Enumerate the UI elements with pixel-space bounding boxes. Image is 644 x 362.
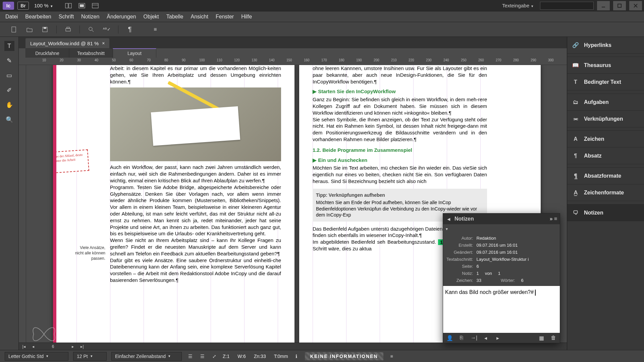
menu-notizen[interactable]: Notizen xyxy=(81,14,99,20)
sidebar-item-notizen[interactable]: 🗨Notizen xyxy=(567,204,644,221)
sidebar-item-zeichen[interactable]: AZeichen xyxy=(567,131,644,147)
open-icon[interactable] xyxy=(25,25,34,34)
menu-ansicht[interactable]: Ansicht xyxy=(191,14,208,20)
sidebar-item-verknuepfungen[interactable]: ⫘Verknüpfungen xyxy=(567,111,644,127)
menu-hilfe[interactable]: Hilfe xyxy=(241,14,252,20)
anchor-note-icon[interactable]: ⎘ xyxy=(459,335,465,341)
panel-title: Notizen xyxy=(454,216,547,222)
zoom-dropdown[interactable]: 100 % xyxy=(32,3,55,8)
sidebar-item-bedingter-text[interactable]: TBedingter Text xyxy=(567,74,644,90)
zoom-tool[interactable]: 🔍 xyxy=(4,115,14,125)
next-page-button[interactable]: ▸ xyxy=(70,344,76,349)
screen-mode-icon[interactable] xyxy=(78,2,86,9)
delete-note-button[interactable]: 🗑 xyxy=(550,335,556,341)
control-bar: Letter Gothic Std 12 Pt Einfacher Zeilen… xyxy=(0,350,644,362)
font-family-dropdown[interactable]: Letter Gothic Std xyxy=(5,352,68,361)
view-tab-layout[interactable]: Layout xyxy=(113,48,156,58)
bridge-badge[interactable]: Br xyxy=(17,2,29,10)
eyedropper-tool[interactable]: ✐ xyxy=(4,85,14,95)
assignments-icon: 🗂 xyxy=(572,99,579,106)
leading-dropdown[interactable]: Einfacher Zeilenabstand xyxy=(111,352,182,361)
go-to-note-icon[interactable]: →| xyxy=(471,335,477,341)
sidebar-item-hyperlinks[interactable]: 🔗Hyperlinks xyxy=(567,37,644,54)
menu-schrift[interactable]: Schrift xyxy=(59,14,74,20)
chevron-down-icon xyxy=(51,3,53,8)
notes-panel[interactable]: ◂ Notizen » ≡ ▾ Autor: Redaktion Erstell… xyxy=(443,213,560,343)
menu-objekt[interactable]: Objekt xyxy=(144,14,159,20)
body-text: Dafür gibt es viele Ansätze. Eine sauber… xyxy=(110,257,281,284)
arrange-icon[interactable] xyxy=(65,2,72,9)
body-text: Wenn Sie nicht an Ihrem Arbeitsplatz sin… xyxy=(110,237,281,257)
user-icon[interactable]: 👤 xyxy=(446,335,452,341)
label-words: Wörter: xyxy=(501,278,515,283)
cursor-readout: Z:1 W:6 Zn:33 T:0mm xyxy=(223,354,288,359)
next-note-button[interactable]: ▸ xyxy=(495,335,501,341)
search-input[interactable] xyxy=(540,2,594,10)
view-tab-textabschnitt[interactable]: Textabschnitt xyxy=(69,48,113,58)
align-left-icon[interactable]: ☰ xyxy=(186,353,194,360)
hand-tool[interactable]: ✋ xyxy=(4,100,14,110)
toolbar-menu-icon[interactable]: ≡ xyxy=(151,25,159,34)
view-tab-druckfahne[interactable]: Druckfahne xyxy=(25,48,69,58)
value-chars: 33 xyxy=(477,278,481,283)
panel-dock: 🔗Hyperlinks 📖Thesaurus TBedingter Text 🗂… xyxy=(567,37,644,350)
sidebar-item-absatz[interactable]: ¶Absatz xyxy=(567,147,644,164)
workspace-dropdown[interactable]: Texteingabe xyxy=(499,1,537,10)
label-section: Textabschnitt: xyxy=(446,257,473,262)
menu-datei[interactable]: Datei xyxy=(5,14,18,20)
menu-fenster[interactable]: Fenster xyxy=(216,14,234,20)
align-center-icon[interactable]: ☰ xyxy=(199,353,206,360)
menu-tabelle[interactable]: Tabelle xyxy=(166,14,183,20)
prev-note-button[interactable]: ◂ xyxy=(483,335,489,341)
label-chars: Zeichen: xyxy=(446,278,473,283)
control-menu-icon[interactable]: ≡ xyxy=(388,353,395,360)
menu-aenderungen[interactable]: Änderungen xyxy=(107,14,136,20)
sidebar-item-absatzformate[interactable]: ¶̲Absatzformate xyxy=(567,168,644,184)
align-scale-icon[interactable]: ⤢ xyxy=(211,353,218,360)
note-tool[interactable]: ✎ xyxy=(4,56,14,66)
note-textarea[interactable]: Kann das Bild noch größer werden?# xyxy=(443,286,560,333)
maximize-button[interactable] xyxy=(613,1,626,10)
body-text: Programm. Testen Sie Adobe Bridge, abges… xyxy=(110,184,281,237)
last-page-button[interactable]: ▸| xyxy=(79,344,85,349)
minimize-button[interactable] xyxy=(597,1,610,10)
print-icon[interactable] xyxy=(64,25,72,34)
menu-bearbeiten[interactable]: Bearbeiten xyxy=(25,14,51,20)
sidebar-item-label: Zeichen xyxy=(584,136,604,142)
disclosure-icon[interactable]: ▾ xyxy=(446,227,448,231)
pilcrow-icon[interactable]: ¶ xyxy=(126,25,134,34)
close-button[interactable] xyxy=(629,1,642,10)
save-icon[interactable] xyxy=(41,25,49,34)
doc-tab[interactable]: Layout_Workflow.indd @ 81 % × xyxy=(25,38,109,48)
collapse-icon[interactable]: ◂ xyxy=(446,216,452,222)
spellcheck-icon[interactable]: ᴬᴮ✓ xyxy=(103,25,111,34)
doc-tab-title: Layout_Workflow.indd @ 81 % xyxy=(30,41,99,46)
svg-rect-7 xyxy=(618,4,621,7)
sidebar-item-label: Bedingter Text xyxy=(584,79,621,85)
find-icon[interactable] xyxy=(87,25,95,34)
label-created: Erstellt: xyxy=(446,243,473,248)
sidebar-item-label: Absatzformate xyxy=(584,173,621,179)
new-note-button[interactable]: ▦ xyxy=(538,335,544,341)
position-tool[interactable]: ▭ xyxy=(4,70,14,80)
app-badge: Ic xyxy=(3,2,14,10)
sidebar-item-label: Aufgaben xyxy=(584,99,609,105)
info-toggle-icon[interactable]: ℹ xyxy=(293,353,300,360)
sidebar-item-thesaurus[interactable]: 📖Thesaurus xyxy=(567,57,644,74)
panel-menu-icon[interactable]: ≡ xyxy=(554,216,557,222)
type-tool[interactable]: T xyxy=(4,41,14,51)
new-doc-icon[interactable] xyxy=(10,25,18,34)
sidebar-item-zeichenformate[interactable]: A̲Zeichenformate xyxy=(567,184,644,201)
font-size-dropdown[interactable]: 12 Pt xyxy=(73,352,107,361)
close-icon[interactable]: × xyxy=(102,41,105,46)
document-area: Layout_Workflow.indd @ 81 % × Druckfahne… xyxy=(19,37,567,350)
value-section: Layout_Workflow-Struktur i xyxy=(477,257,557,262)
sidebar-item-label: Thesaurus xyxy=(584,62,611,68)
view-options-icon[interactable] xyxy=(92,2,99,9)
value-author: Redaktion xyxy=(477,236,557,241)
sidebar-item-aufgaben[interactable]: 🗂Aufgaben xyxy=(567,94,644,111)
svg-rect-14 xyxy=(67,27,69,28)
collapse-double-icon[interactable]: » xyxy=(550,216,551,222)
first-page-button[interactable]: |◂ xyxy=(21,344,27,349)
sidebar-item-label: Verknüpfungen xyxy=(584,116,623,122)
